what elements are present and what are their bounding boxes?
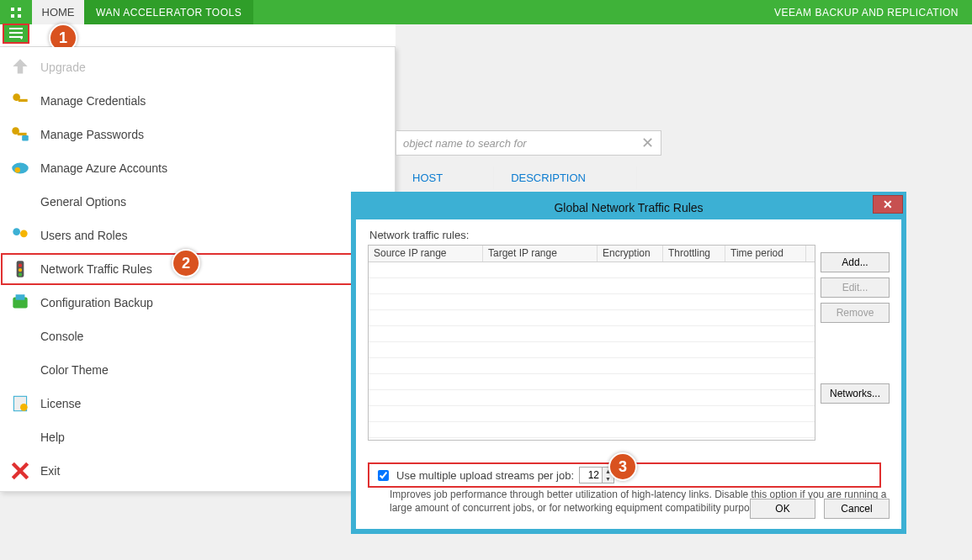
menu-configuration-backup[interactable]: Configuration Backup	[0, 286, 395, 320]
menu-license[interactable]: License	[0, 387, 395, 420]
blank-icon	[7, 424, 34, 451]
svg-rect-6	[9, 36, 23, 38]
menu-manage-azure[interactable]: Manage Azure Accounts	[0, 151, 395, 185]
menu-users-roles[interactable]: Users and Roles	[0, 219, 395, 252]
svg-point-20	[19, 268, 22, 272]
license-icon	[7, 390, 34, 417]
col-throttling[interactable]: Throttling	[663, 246, 725, 262]
streams-label: Use multiple upload streams per job:	[396, 469, 574, 482]
svg-point-21	[19, 272, 22, 276]
menu-general-options[interactable]: General Options	[0, 185, 395, 219]
menu-color-theme[interactable]: Color Theme ▶	[0, 353, 395, 387]
upgrade-icon	[7, 54, 34, 81]
menu-label: Manage Azure Accounts	[40, 161, 386, 175]
svg-point-19	[19, 264, 22, 267]
svg-rect-1	[11, 14, 14, 18]
system-menu-icon[interactable]	[0, 0, 32, 24]
svg-rect-5	[9, 32, 23, 34]
dialog-footer: OK Cancel	[750, 499, 890, 519]
svg-rect-23	[16, 294, 25, 300]
svg-rect-0	[11, 8, 14, 11]
networks-button[interactable]: Networks...	[821, 383, 890, 404]
menu-manage-passwords[interactable]: Manage Passwords	[0, 118, 395, 151]
clear-search-icon[interactable]: ✕	[641, 134, 654, 152]
search-input[interactable]: object name to search for ✕	[396, 130, 661, 156]
product-title: VEEAM BACKUP AND REPLICATION	[761, 0, 972, 24]
config-icon	[7, 289, 34, 316]
svg-rect-10	[19, 99, 28, 102]
menu-label: License	[40, 397, 386, 410]
blank-icon	[7, 188, 34, 215]
add-button[interactable]: Add...	[821, 252, 890, 272]
svg-point-16	[13, 228, 20, 235]
svg-rect-12	[18, 133, 27, 135]
svg-point-15	[15, 167, 21, 173]
menu-label: Users and Roles	[40, 229, 386, 242]
svg-rect-13	[22, 135, 29, 141]
rules-label: Network traffic rules:	[369, 229, 890, 241]
menu-upgrade: Upgrade	[0, 50, 395, 84]
main-menu-button[interactable]	[3, 24, 29, 43]
streams-value-input[interactable]	[580, 468, 602, 483]
menu-label: General Options	[40, 195, 386, 209]
col-time-period[interactable]: Time period	[725, 246, 806, 262]
keys-icon	[7, 87, 34, 114]
exit-icon	[7, 457, 34, 484]
callout-2: 2	[172, 249, 200, 277]
col-encryption[interactable]: Encryption	[598, 246, 663, 262]
azure-icon	[7, 155, 34, 182]
ok-button[interactable]: OK	[750, 499, 815, 519]
col-source-ip[interactable]: Source IP range	[369, 246, 483, 262]
menu-label: Manage Passwords	[40, 128, 386, 141]
traffic-icon	[7, 256, 34, 283]
tab-home[interactable]: HOME	[32, 0, 84, 24]
blank-icon	[7, 357, 34, 383]
edit-button[interactable]: Edit...	[821, 277, 890, 298]
streams-checkbox[interactable]	[378, 470, 389, 481]
cancel-button[interactable]: Cancel	[824, 499, 890, 519]
svg-marker-8	[13, 59, 27, 73]
menu-label: Configuration Backup	[40, 296, 386, 309]
tab-wan-tools[interactable]: WAN ACCELERATOR TOOLS	[84, 0, 253, 24]
users-icon	[7, 222, 34, 249]
svg-point-14	[12, 163, 29, 174]
key-lock-icon	[7, 121, 34, 148]
list-headers: HOST DESCRIPTION	[396, 166, 637, 189]
remove-button[interactable]: Remove	[821, 303, 890, 323]
ribbon-bar: HOME WAN ACCELERATOR TOOLS VEEAM BACKUP …	[0, 0, 972, 24]
menu-exit[interactable]: Exit	[0, 454, 395, 488]
menu-console[interactable]: Console ▶	[0, 320, 395, 353]
global-network-traffic-rules-dialog: Global Network Traffic Rules ✕ Network t…	[351, 192, 906, 534]
menu-help[interactable]: Help ▶	[0, 420, 395, 454]
menu-label: Color Theme	[40, 363, 380, 377]
menu-manage-credentials[interactable]: Manage Credentials	[0, 84, 395, 118]
blank-icon	[7, 323, 34, 350]
col-host[interactable]: HOST	[396, 166, 494, 189]
svg-rect-2	[18, 8, 21, 11]
rules-grid[interactable]: Source IP range Target IP range Encrypti…	[368, 245, 815, 441]
col-description[interactable]: DESCRIPTION	[494, 166, 637, 189]
close-button[interactable]: ✕	[873, 195, 903, 214]
svg-marker-7	[20, 38, 23, 40]
search-placeholder: object name to search for	[403, 137, 527, 150]
rules-buttons: Add... Edit... Remove Networks...	[821, 252, 890, 404]
menu-label: Help	[40, 431, 380, 444]
menu-label: Exit	[40, 464, 386, 478]
menu-label: Network Traffic Rules	[40, 262, 386, 276]
callout-3: 3	[608, 452, 637, 481]
menu-label: Manage Credentials	[40, 94, 386, 108]
svg-rect-4	[9, 28, 23, 29]
dialog-title-bar[interactable]: Global Network Traffic Rules ✕	[355, 196, 902, 219]
menu-label: Upgrade	[40, 61, 386, 74]
col-target-ip[interactable]: Target IP range	[483, 246, 598, 262]
svg-point-25	[20, 404, 28, 411]
menu-label: Console	[40, 330, 380, 343]
dialog-title: Global Network Traffic Rules	[554, 201, 703, 214]
svg-rect-3	[18, 14, 21, 18]
svg-point-17	[20, 230, 28, 238]
